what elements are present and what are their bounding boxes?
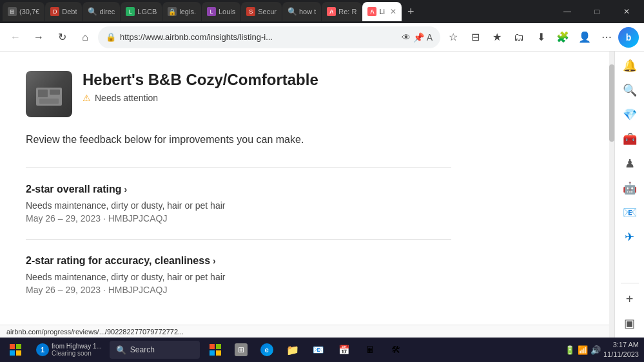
wifi-icon[interactable]: 📶 — [578, 345, 588, 355]
feedback-item-2: 2-star rating for accuracy, cleanliness … — [26, 239, 451, 310]
favorites-button[interactable]: ★ — [487, 27, 507, 48]
extensions-button[interactable]: 🧩 — [552, 27, 573, 48]
taskbar-app-1[interactable] — [202, 338, 228, 362]
tab-8-favicon: 🔍 — [288, 7, 297, 16]
minimize-button[interactable]: — — [552, 0, 582, 23]
collections-button[interactable]: 🗂 — [509, 27, 529, 48]
notification-icon: 1 — [36, 343, 49, 356]
tab-7-title: Secur — [258, 8, 277, 15]
review-intro: Review the feedback below for improvemen… — [26, 133, 451, 147]
tab-10-title: Li — [379, 8, 385, 15]
tab-10[interactable]: A Li ✕ — [362, 2, 402, 21]
taskbar-search[interactable]: 🔍 Search — [110, 341, 200, 359]
menu-button[interactable]: ⋯ — [596, 27, 617, 48]
taskbar-apps: ⊞ e 📁 📧 📅 🖩 🛠 — [202, 338, 409, 362]
reload-button[interactable]: ↻ — [52, 27, 72, 48]
sidebar-gem-icon[interactable]: 💎 — [618, 103, 641, 126]
taskbar: 1 from Highway 1... Clearing soon 🔍 Sear… — [0, 338, 644, 362]
feedback-item-1-title-row[interactable]: 2-star overall rating › — [26, 184, 451, 195]
listing-header: Hebert's B&B Cozy/Comfortable ⚠ Needs at… — [26, 71, 451, 117]
pin-icon[interactable]: 📌 — [413, 32, 424, 43]
sidebar-chess-icon[interactable]: ♟ — [618, 152, 641, 175]
tab-9[interactable]: A Re: R — [322, 2, 362, 21]
forward-button[interactable]: → — [28, 27, 49, 48]
browser-chrome: ⊞ (30,7€ D Debt 🔍 direc L LGCB 🔒 legis. … — [0, 0, 644, 52]
scrollbar-thumb[interactable] — [609, 64, 614, 142]
tab-3[interactable]: 🔍 direc — [83, 2, 120, 21]
windows-logo-icon — [10, 344, 21, 356]
sidebar-tools-icon[interactable]: 🧰 — [618, 128, 641, 151]
sidebar-search-icon[interactable]: 🔍 — [618, 79, 641, 102]
close-button[interactable]: ✕ — [612, 0, 641, 23]
browser-status-bar: airbnb.com/progress/reviews/.../90228227… — [0, 325, 609, 338]
outlook-taskbar-icon: 📧 — [312, 343, 325, 356]
taskbar-system-tray: 🔋 📶 🔊 3:17 AM 11/11/2023 — [565, 340, 644, 360]
svg-rect-11 — [216, 350, 221, 356]
tab-7[interactable]: S Secur — [241, 2, 282, 21]
svg-rect-9 — [216, 344, 221, 349]
volume-icon[interactable]: 🔊 — [590, 345, 601, 355]
tab-6-favicon: L — [207, 7, 216, 16]
calculator-taskbar-icon: 🖩 — [364, 343, 376, 356]
tab-10-close[interactable]: ✕ — [390, 7, 396, 16]
star-button[interactable]: ☆ — [443, 27, 463, 48]
scrollbar[interactable] — [609, 52, 614, 338]
profile-button[interactable]: 👤 — [574, 27, 595, 48]
window-controls: — □ ✕ — [552, 0, 641, 23]
address-bar[interactable]: 🔒 https://www.airbnb.com/insights/listin… — [98, 26, 440, 48]
status-bar-url: airbnb.com/progress/reviews/.../90228227… — [0, 328, 190, 336]
taskbar-clock[interactable]: 3:17 AM 11/11/2023 — [603, 340, 639, 360]
home-button[interactable]: ⌂ — [75, 27, 95, 48]
taskbar-app-calendar[interactable]: 📅 — [331, 338, 357, 362]
download-button[interactable]: ⬇ — [531, 27, 551, 48]
taskbar-notification[interactable]: 1 from Highway 1... Clearing soon — [31, 338, 107, 362]
start-button[interactable] — [0, 338, 31, 362]
tab-9-favicon: A — [327, 7, 336, 16]
sidebar-bell-icon[interactable]: 🔔 — [618, 54, 641, 77]
feedback-item-2-chevron: › — [213, 256, 216, 266]
back-button[interactable]: ← — [5, 27, 26, 48]
notification-line2: Clearing soon — [52, 350, 102, 357]
taskbar-app-outlook[interactable]: 📧 — [306, 338, 331, 362]
tab-3-favicon: 🔍 — [88, 7, 97, 16]
address-text: https://www.airbnb.com/insights/listing-… — [120, 32, 398, 42]
notification-text: from Highway 1... Clearing soon — [52, 343, 102, 357]
svg-rect-3 — [39, 99, 59, 104]
taskbar-app-2[interactable]: ⊞ — [228, 338, 254, 362]
sidebar-copilot-icon[interactable]: 🤖 — [618, 176, 641, 200]
taskbar-app-extra[interactable]: 🛠 — [383, 338, 409, 362]
tab-2[interactable]: D Debt — [45, 2, 82, 21]
tab-6[interactable]: L Louis — [202, 2, 240, 21]
taskbar-app-files[interactable]: 📁 — [280, 338, 306, 362]
split-button[interactable]: ⊟ — [465, 27, 485, 48]
font-icon[interactable]: A — [427, 32, 433, 43]
sidebar-send-icon[interactable]: ✈ — [618, 225, 641, 249]
tab-9-title: Re: R — [338, 8, 356, 15]
toolbar-right: ☆ ⊟ ★ 🗂 ⬇ 🧩 👤 ⋯ b — [443, 27, 639, 48]
sidebar-add-icon[interactable]: + — [618, 287, 641, 310]
taskbar-app-browser[interactable]: e — [254, 338, 280, 362]
taskbar-app2-icon: ⊞ — [235, 343, 248, 356]
tab-1[interactable]: ⊞ (30,7€ — [3, 2, 44, 21]
maximize-button[interactable]: □ — [582, 0, 612, 23]
tab-6-title: Louis — [219, 8, 235, 15]
tab-4[interactable]: L LGCB — [121, 2, 162, 21]
feedback-item-2-meta: May 26 – 29, 2023 · HMBJPJCAQJ — [26, 285, 451, 295]
edge-taskbar-icon: e — [260, 343, 273, 356]
taskbar-app-calculator[interactable]: 🖩 — [357, 338, 383, 362]
feedback-item-1-description: Needs maintenance, dirty or dusty, hair … — [26, 200, 451, 211]
feedback-item-1-chevron: › — [124, 184, 128, 195]
files-taskbar-icon: 📁 — [286, 343, 299, 356]
edge-copilot-button[interactable]: b — [618, 27, 639, 48]
listing-title: Hebert's B&B Cozy/Comfortable — [83, 71, 318, 89]
tab-5[interactable]: 🔒 legis. — [162, 2, 201, 21]
sidebar-outlook-icon[interactable]: 📧 — [618, 201, 641, 224]
taskbar-search-text: Search — [130, 345, 155, 354]
sidebar-layout-icon[interactable]: ▣ — [618, 312, 641, 335]
eye-icon[interactable]: 👁 — [402, 32, 411, 43]
tab-8[interactable]: 🔍 how t — [282, 2, 321, 21]
feedback-item-1-title-text: 2-star overall rating — [26, 184, 122, 195]
feedback-item-2-title-row[interactable]: 2-star rating for accuracy, cleanliness … — [26, 255, 451, 267]
battery-icon[interactable]: 🔋 — [565, 345, 575, 355]
new-tab-button[interactable]: + — [402, 3, 420, 21]
